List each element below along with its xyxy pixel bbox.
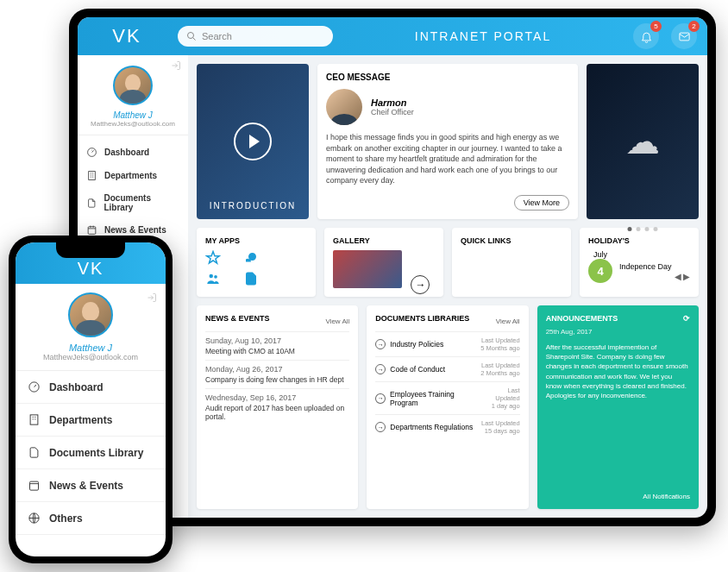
calendar-icon [86,224,97,236]
phone-user-name: Matthew J [22,343,159,353]
phone-user-avatar[interactable] [68,292,113,337]
announcements-label: ANNOUNCEMENTS⟳ [546,314,690,323]
doc-name-3: Departments Regulations [390,423,473,431]
intro-label: INTRODUCTION [210,201,297,211]
holiday-next[interactable]: ▶ [683,272,690,281]
docs-view-all[interactable]: View All [496,317,520,325]
logout-button[interactable] [171,60,181,71]
announcement-body: After the successful implemention of Sha… [546,343,690,487]
dot-4[interactable] [654,227,658,231]
news-item-0[interactable]: Meeting with CMO at 10AM [205,347,349,360]
bottom-row: NEWS & EVENTS View All Sunday, Aug 10, 2… [197,305,699,509]
doc-ago-0: 5 Months ago [480,344,519,352]
phone-nav: Dashboard Departments Documents Library … [16,371,166,556]
doc-item-3[interactable]: →Departments RegulationsLast Updated15 d… [375,414,519,439]
nav-documents[interactable]: Documents Library [78,187,188,218]
phone-screen: VK Matthew J MatthewJeks@outlook.com Das… [16,242,166,556]
profile-block: Matthew J MatthewJeks@outlook.com [78,55,188,135]
doc-name-1: Code of Conduct [390,365,445,374]
nav-departments-label: Departments [104,171,157,180]
news-item-2[interactable]: Audit report of 2017 has been uploaded o… [205,404,349,425]
phone-nav-dashboard[interactable]: Dashboard [16,371,166,404]
svg-rect-4 [89,172,96,180]
doc-ago-1: 2 Months ago [480,369,519,377]
notifications-button[interactable]: 5 [633,23,659,49]
search-input[interactable]: Search [178,26,333,47]
phone-device: VK Matthew J MatthewJeks@outlook.com Das… [9,236,173,563]
users-icon[interactable] [205,271,221,286]
user-avatar[interactable] [113,66,153,105]
gallery-card: GALLERY → [324,228,443,297]
main-content: INTRODUCTION CEO MESSAGE Harmon Cheif Of… [188,55,707,518]
ceo-avatar [326,89,362,125]
doc-ago-3: 15 days ago [481,427,520,435]
search-icon [186,31,197,41]
star-icon[interactable] [205,250,221,266]
chat-icon[interactable] [243,250,259,266]
doc-lu-2: Last Updated [482,387,520,402]
news-date-1: Monday, Aug 26, 2017 [205,360,349,375]
holiday-prev[interactable]: ◀ [675,272,681,281]
dot-3[interactable] [645,227,650,231]
phone-logout-button[interactable] [147,291,157,301]
all-notifications-link[interactable]: All Notifications [546,493,690,500]
svg-point-0 [188,33,194,39]
holiday-nav: ◀ ▶ [675,272,690,281]
ceo-message-card: CEO MESSAGE Harmon Cheif Officer I hope … [317,64,578,219]
nav-dashboard[interactable]: Dashboard [78,141,188,164]
notification-count: 5 [650,21,662,32]
cloud-card-wrapper [587,64,699,219]
nav-news-label: News & Events [104,225,166,235]
speedometer-icon [28,380,41,393]
phone-nav-news[interactable]: News & Events [16,469,166,502]
svg-rect-2 [679,33,688,41]
phone-nav-documents[interactable]: Documents Library [16,437,166,469]
doc-item-0[interactable]: →Industry PoliciesLast Updated5 Months a… [375,331,519,356]
building-icon [86,170,97,181]
doc-lu-3: Last Updated [481,419,520,427]
news-view-all[interactable]: View All [325,317,349,325]
news-item-1[interactable]: Company is doing few changes in HR dept [205,375,349,388]
tablet-nav: Dashboard Departments Documents Library … [78,135,188,247]
my-apps-label: MY APPS [205,236,307,245]
page-title: INTRANET PORTAL [345,29,621,43]
carousel-dots[interactable] [628,227,658,231]
phone-nav-departments[interactable]: Departments [16,404,166,437]
gallery-next-button[interactable]: → [411,275,430,294]
phone-nav-departments-label: Departments [49,414,112,426]
document-icon [86,198,97,209]
widgets-row: MY APPS GALLERY → QUICK LINKS HOLIDAY'S [197,228,699,297]
phone-nav-others-label: Others [49,512,83,525]
ceo-message: I hope this message finds you in good sp… [326,132,569,195]
holiday-month: July [588,250,612,259]
hero-row: INTRODUCTION CEO MESSAGE Harmon Cheif Of… [197,64,699,219]
announcements-card: ANNOUNCEMENTS⟳ 25th Aug, 2017 After the … [537,305,699,509]
intro-video-card[interactable]: INTRODUCTION [197,64,309,219]
tablet-header: VK Search INTRANET PORTAL 5 2 [78,17,707,55]
gallery-thumbnail[interactable] [333,250,402,288]
doc-item-1[interactable]: →Code of ConductLast Updated2 Months ago [375,356,519,381]
dot-2[interactable] [637,227,641,231]
svg-rect-9 [30,415,38,424]
dot-1[interactable] [628,227,632,231]
user-email: MatthewJeks@outlook.com [85,120,181,128]
view-more-button[interactable]: View More [514,195,569,211]
featured-image-card[interactable] [587,64,699,219]
doc-lu-1: Last Updated [480,361,519,369]
refresh-button[interactable]: ⟳ [683,314,690,323]
arrow-icon: → [375,393,386,404]
phone-nav-others[interactable]: Others [16,502,166,535]
file-icon[interactable] [243,271,259,286]
documents-card: DOCUMENTS LIBRARIES View All →Industry P… [367,305,528,509]
nav-documents-label: Documents Library [104,193,179,212]
nav-departments[interactable]: Departments [78,164,188,187]
doc-name-2: Employees Training Program [390,390,482,407]
doc-item-2[interactable]: →Employees Training ProgramLast Updated1… [375,381,519,414]
play-icon [234,123,272,160]
doc-name-0: Industry Policies [390,340,443,349]
announcement-date: 25th Aug, 2017 [546,328,690,336]
mail-button[interactable]: 2 [671,23,697,49]
speedometer-icon [86,147,97,158]
svg-rect-5 [88,227,96,235]
phone-nav-documents-label: Documents Library [49,447,143,459]
